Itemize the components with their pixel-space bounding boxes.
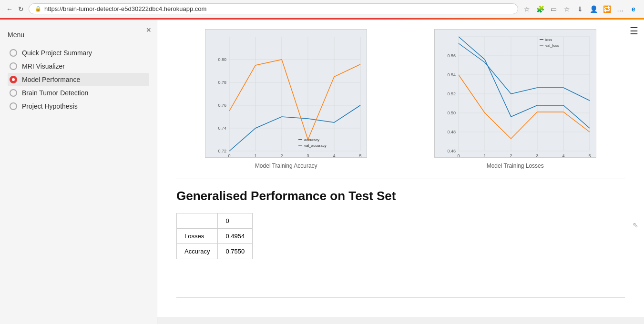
charts-row: 0.72 0.74 0.76 0.78 0.80 0 1 2 3 4 5 [176, 29, 625, 169]
main-wrapper: ☰ [157, 20, 644, 324]
sidebar-item-label: Brain Tumor Detection [22, 89, 88, 97]
sidebar-item-model-performance[interactable]: Model Performance [8, 73, 149, 86]
table-row-accuracy: Accuracy 0.7550 [177, 244, 253, 259]
sidebar-item-mri-visualizer[interactable]: MRI Visualizer [8, 60, 149, 73]
chart-accuracy-container: 0.72 0.74 0.76 0.78 0.80 0 1 2 3 4 5 [176, 29, 396, 169]
svg-text:0.48: 0.48 [447, 130, 456, 134]
menu-label: Menu [8, 31, 149, 39]
chart2-title: Model Training Losses [406, 162, 625, 169]
svg-text:loss: loss [545, 38, 552, 42]
svg-text:val_accuracy: val_accuracy [304, 143, 327, 148]
svg-text:0.56: 0.56 [447, 53, 456, 58]
edge-icon[interactable]: e [629, 4, 638, 14]
radio-brain-tumor-detection [10, 89, 17, 97]
sidebar-item-brain-tumor-detection[interactable]: Brain Tumor Detection [8, 86, 149, 100]
svg-text:0.50: 0.50 [447, 111, 456, 115]
svg-text:accuracy: accuracy [304, 138, 319, 142]
sidebar-item-label: Quick Project Summary [22, 49, 92, 57]
bookmark-icon[interactable]: ☆ [562, 4, 572, 14]
section-divider [176, 179, 625, 179]
svg-text:5: 5 [359, 153, 362, 158]
svg-text:4: 4 [562, 153, 564, 158]
split-icon[interactable]: ▭ [549, 4, 558, 14]
svg-text:0.76: 0.76 [218, 103, 227, 108]
browser-chrome: ← ↻ 🔒 https://brain-tumor-detector-e5d30… [0, 0, 644, 18]
generalised-performance-section: Generalised Performance on Test Set 0 Lo… [176, 189, 625, 259]
svg-text:0.54: 0.54 [447, 72, 456, 77]
sidebar-item-label: MRI Visualizer [22, 62, 65, 70]
loss-chart: 0.46 0.48 0.50 0.52 0.54 0.56 0 1 2 3 4 … [434, 29, 596, 158]
sidebar: × Menu Quick Project Summary MRI Visuali… [0, 20, 157, 324]
bottom-divider [176, 297, 625, 298]
table-cell-losses-value: 0.4954 [218, 229, 253, 244]
profile-icon[interactable]: 👤 [589, 4, 598, 14]
performance-table: 0 Losses 0.4954 Accuracy 0.7550 [176, 213, 253, 259]
svg-text:0.74: 0.74 [218, 126, 227, 131]
table-cell-accuracy-value: 0.7550 [218, 244, 253, 259]
url-text: https://brain-tumor-detector-e5d30222dbc… [44, 5, 206, 12]
back-button[interactable]: ← [6, 5, 13, 13]
hamburger-button[interactable]: ☰ [630, 25, 638, 37]
svg-rect-26 [298, 145, 302, 146]
svg-text:0: 0 [228, 153, 231, 158]
share-icon[interactable]: 🔁 [602, 4, 612, 14]
svg-text:2: 2 [510, 153, 512, 158]
radio-project-hypothesis [10, 102, 17, 110]
svg-text:0.46: 0.46 [447, 149, 456, 153]
sidebar-item-label: Model Performance [22, 76, 80, 83]
svg-text:2: 2 [281, 153, 283, 158]
generalised-performance-title: Generalised Performance on Test Set [176, 189, 625, 203]
sidebar-item-quick-project-summary[interactable]: Quick Project Summary [8, 46, 149, 60]
radio-mri-visualizer [10, 62, 17, 70]
lock-icon: 🔒 [35, 6, 41, 12]
main-content: 0.72 0.74 0.76 0.78 0.80 0 1 2 3 4 5 [157, 20, 644, 317]
close-button[interactable]: × [146, 25, 151, 35]
svg-text:3: 3 [307, 153, 309, 158]
svg-text:4: 4 [333, 153, 336, 158]
svg-text:val_loss: val_loss [545, 43, 559, 48]
table-header-0: 0 [218, 213, 253, 229]
address-bar[interactable]: 🔒 https://brain-tumor-detector-e5d30222d… [29, 3, 518, 14]
sidebar-item-label: Project Hypothesis [22, 102, 78, 110]
table-cell-losses-label: Losses [177, 229, 218, 244]
browser-icons: ☆ 🧩 ▭ ☆ ⇓ 👤 🔁 … e [522, 4, 638, 14]
svg-text:0: 0 [457, 153, 460, 158]
svg-rect-55 [540, 39, 543, 40]
resize-icon[interactable]: ⇖ [633, 221, 638, 229]
download-icon[interactable]: ⇓ [575, 4, 585, 14]
svg-text:0.78: 0.78 [218, 80, 227, 85]
svg-text:0.80: 0.80 [218, 57, 227, 62]
svg-text:0.52: 0.52 [447, 91, 456, 96]
svg-rect-24 [298, 139, 302, 140]
reload-button[interactable]: ↻ [17, 5, 25, 13]
svg-text:0.72: 0.72 [218, 149, 227, 153]
chart1-title: Model Training Accuracy [176, 162, 396, 169]
table-header-empty [177, 213, 218, 229]
app-layout: × Menu Quick Project Summary MRI Visuali… [0, 20, 644, 324]
radio-model-performance [10, 76, 17, 83]
accuracy-chart: 0.72 0.74 0.76 0.78 0.80 0 1 2 3 4 5 [205, 29, 367, 158]
chart-loss-container: 0.46 0.48 0.50 0.52 0.54 0.56 0 1 2 3 4 … [406, 29, 625, 169]
svg-text:1: 1 [255, 153, 257, 158]
more-icon[interactable]: … [615, 4, 625, 14]
svg-rect-57 [540, 45, 543, 46]
table-row-losses: Losses 0.4954 [177, 229, 253, 244]
sidebar-item-project-hypothesis[interactable]: Project Hypothesis [8, 100, 149, 113]
star-icon[interactable]: ☆ [522, 4, 532, 14]
svg-text:1: 1 [483, 153, 486, 158]
puzzle-icon[interactable]: 🧩 [535, 4, 545, 14]
svg-text:5: 5 [588, 153, 591, 158]
svg-text:3: 3 [536, 153, 538, 158]
sidebar-nav: Quick Project Summary MRI Visualizer Mod… [8, 46, 149, 113]
table-cell-accuracy-label: Accuracy [177, 244, 218, 259]
radio-quick-project-summary [10, 49, 17, 57]
